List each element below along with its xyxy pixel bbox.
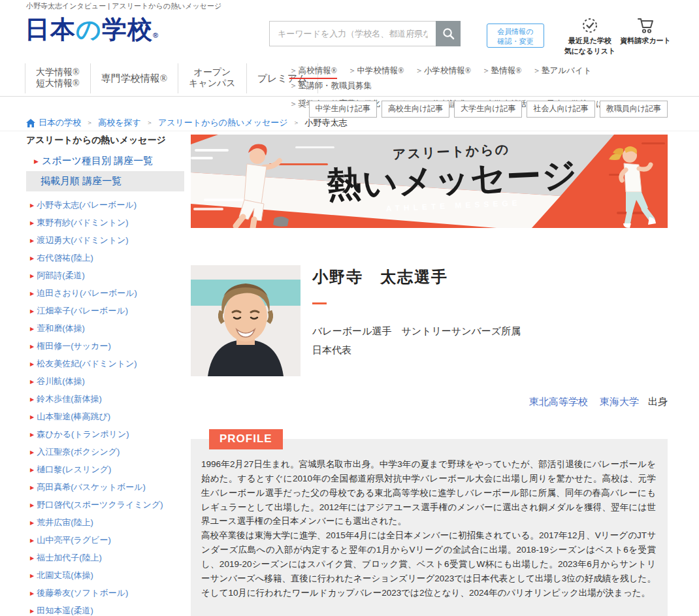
profile-header: 小野寺 太志選手 バレーボール選手 サントリーサンバーズ所属 日本代表 — [191, 265, 668, 376]
content-divider — [0, 131, 699, 131]
athlete-info: 小野寺 太志選手 バレーボール選手 サントリーサンバーズ所属 日本代表 — [312, 265, 521, 376]
school-link[interactable]: 東北高等学校 — [529, 396, 588, 407]
nav-link-active[interactable]: ＞高校情報® — [289, 65, 337, 79]
search-bar — [269, 21, 461, 46]
main-nav: 大学情報®短大情報®専門学校情報®オープンキャンパスプレミアム ＞高校情報®＞中… — [0, 61, 699, 97]
member-info-line1: 会員情報の — [497, 27, 533, 35]
sidebar-athlete-link[interactable]: ▶樋口黎(レスリング) — [30, 464, 184, 476]
breadcrumb-separator: ＞ — [293, 118, 300, 127]
logo-part2: の — [76, 16, 102, 43]
sidebar-athlete-link[interactable]: ▶鈴木歩佳(新体操) — [30, 393, 184, 405]
article-tab[interactable]: 教職員向け記事 — [600, 101, 668, 118]
athlete-team: 日本代表 — [312, 340, 521, 359]
home-icon — [26, 119, 35, 127]
chevron-right-icon: ＞ — [482, 66, 491, 75]
arrow-icon: ▶ — [34, 158, 39, 165]
breadcrumb-link[interactable]: 高校を探す — [98, 117, 141, 129]
recent-schools-button[interactable]: 最近見た学校 気になるリスト — [560, 17, 620, 57]
chevron-right-icon: ＞ — [289, 81, 298, 90]
sidebar-athlete-link[interactable]: ▶髙田真希(バスケットボール) — [30, 481, 184, 493]
arrow-icon: ▶ — [30, 308, 34, 314]
sidebar-athlete-link[interactable]: ▶森ひかる(トランポリン) — [30, 429, 184, 440]
request-cart-button[interactable]: 資料請求カート — [619, 17, 672, 46]
sidebar-athlete-link[interactable]: ▶入江聖奈(ボクシング) — [30, 446, 184, 458]
breadcrumb-link[interactable]: 日本の学校 — [39, 117, 81, 129]
cart-label: 資料請求カート — [620, 37, 671, 44]
nav-link[interactable]: ＞小学校情報® — [415, 65, 472, 78]
breadcrumb: 日本の学校＞高校を探す＞アスリートからの熱いメッセージ＞小野寺太志 — [26, 117, 348, 129]
sidebar-athlete-link[interactable]: ▶北園丈琉(体操) — [30, 570, 184, 581]
arrow-icon: ▶ — [30, 361, 34, 367]
search-icon — [442, 27, 455, 40]
arrow-icon: ▶ — [30, 502, 34, 508]
page-title: 小野寺太志インタビュー | アスリートからの熱いメッセージ — [26, 1, 221, 11]
site-logo[interactable]: 日本の学校® — [25, 17, 159, 42]
arrow-icon: ▶ — [30, 273, 34, 279]
chevron-right-icon: ＞ — [289, 99, 298, 108]
arrow-icon: ▶ — [30, 520, 34, 526]
arrow-icon: ▶ — [30, 555, 34, 561]
sidebar-athlete-link[interactable]: ▶野口啓代(スポーツクライミング) — [30, 499, 184, 511]
nav-main-item[interactable]: 専門学校情報® — [90, 63, 178, 93]
sidebar-category-selected[interactable]: 掲載月順 講座一覧 — [26, 171, 184, 191]
sidebar-athlete-link[interactable]: ▶迫田さおり(バレーボール) — [30, 287, 184, 299]
sidebar-athlete-link[interactable]: ▶渡辺勇大(バドミントン) — [30, 235, 184, 246]
sidebar-athlete-link[interactable]: ▶松友美佐紀(バドミントン) — [30, 358, 184, 370]
sidebar-athlete-link[interactable]: ▶荒井広宙(陸上) — [30, 517, 184, 528]
recently-viewed-icon — [581, 17, 598, 34]
arrow-icon: ▶ — [30, 344, 34, 349]
search-button[interactable] — [436, 21, 461, 46]
nav-link[interactable]: ＞塾アルバイト — [533, 65, 592, 78]
sidebar-athlete-link[interactable]: ▶福士加代子(陸上) — [30, 552, 184, 564]
nav-main-item[interactable]: オープンキャンパス — [178, 63, 246, 93]
breadcrumb-separator: ＞ — [146, 118, 153, 127]
nav-link[interactable]: ＞中学校情報® — [348, 65, 404, 78]
profile-paragraph: 高校卒業後は東海大学に進学、2015年4月には全日本メンバーに初招集されている。… — [201, 528, 656, 600]
nav-link[interactable]: ＞塾講師・教職員募集 — [289, 80, 372, 93]
main-content: アスリートからの 熱いメッセージ ATHLETE MESSEGE 小野寺 太志選… — [191, 135, 668, 616]
article-tab[interactable]: 社会人向け記事 — [527, 101, 594, 118]
nav-link[interactable]: ＞塾情報® — [482, 65, 522, 78]
sidebar-athlete-link[interactable]: ▶山本聖途(棒高跳び) — [30, 411, 184, 423]
sidebar-athlete-link[interactable]: ▶田知本遥(柔道) — [30, 605, 184, 616]
arrow-icon: ▶ — [30, 485, 34, 491]
member-info-line2: 確認・変更 — [498, 37, 534, 45]
sidebar-athlete-link[interactable]: ▶江畑幸子(バレーボール) — [30, 305, 184, 317]
arrow-icon: ▶ — [30, 449, 34, 455]
breadcrumb-current: 小野寺太志 — [305, 117, 348, 129]
profile-paragraphs: 1996年2月27日生まれ。宮城県名取市出身。中学3年の夏まで野球をやっていたが… — [201, 457, 656, 600]
member-info-button[interactable]: 会員情報の 確認・変更 — [487, 24, 544, 48]
arrow-icon: ▶ — [30, 467, 34, 473]
sidebar-athlete-link[interactable]: ▶阿部詩(柔道) — [30, 270, 184, 282]
article-tab[interactable]: 大学生向け記事 — [454, 101, 522, 118]
breadcrumb-link[interactable]: アスリートからの熱いメッセージ — [158, 117, 288, 129]
logo-part1: 日本 — [25, 16, 76, 43]
school-link[interactable]: 東海大学 — [600, 396, 639, 407]
article-tab[interactable]: 高校生向け記事 — [382, 101, 449, 118]
athlete-list: ▶小野寺太志(バレーボール)▶東野有紗(バドミントン)▶渡辺勇大(バドミントン)… — [26, 199, 184, 616]
logo-part3: 学校 — [102, 16, 153, 43]
sidebar-athlete-link[interactable]: ▶萱和磨(体操) — [30, 323, 184, 334]
athlete-name: 小野寺 太志選手 — [312, 267, 521, 287]
arrow-icon: ▶ — [30, 608, 34, 614]
arrow-icon: ▶ — [30, 573, 34, 579]
nav-left: 大学情報®短大情報®専門学校情報®オープンキャンパスプレミアム — [25, 63, 318, 93]
sidebar-athlete-link[interactable]: ▶後藤希友(ソフトボール) — [30, 587, 184, 599]
athlete-photo — [191, 265, 301, 376]
sidebar-athlete-link[interactable]: ▶権田修一(サッカー) — [30, 340, 184, 352]
sidebar-athlete-link[interactable]: ▶小野寺太志(バレーボール) — [30, 199, 184, 211]
arrow-icon: ▶ — [30, 591, 34, 596]
sidebar-athlete-link[interactable]: ▶山中亮平(ラグビー) — [30, 534, 184, 546]
nav-main-item[interactable]: 大学情報®短大情報® — [25, 63, 90, 93]
sidebar-athlete-link[interactable]: ▶谷川航(体操) — [30, 376, 184, 387]
sidebar-athlete-link[interactable]: ▶右代啓祐(陸上) — [30, 252, 184, 264]
search-input[interactable] — [269, 21, 436, 46]
athlete-affiliation: バレーボール選手 サントリーサンバーズ所属 — [312, 321, 521, 340]
sidebar-category[interactable]: ▶スポーツ種目別 講座一覧 — [26, 152, 184, 170]
sidebar-category-list: ▶スポーツ種目別 講座一覧掲載月順 講座一覧 — [26, 152, 184, 191]
article-tab[interactable]: 中学生向け記事 — [309, 101, 377, 118]
recent-line2: 気になるリスト — [564, 47, 616, 55]
profile-paragraph: 1996年2月27日生まれ。宮城県名取市出身。中学3年の夏まで野球をやっていたが… — [201, 457, 656, 528]
breadcrumb-items: 日本の学校＞高校を探す＞アスリートからの熱いメッセージ＞小野寺太志 — [39, 117, 348, 129]
sidebar-athlete-link[interactable]: ▶東野有紗(バドミントン) — [30, 217, 184, 229]
